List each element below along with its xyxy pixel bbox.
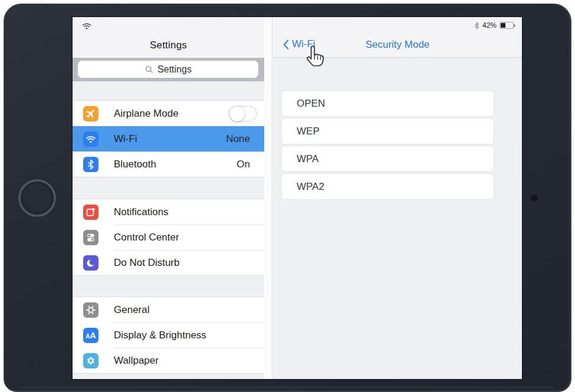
home-button[interactable] [18,179,56,217]
gear-icon [83,302,98,318]
page-title: Security Mode [273,39,522,51]
airplane-mode-toggle[interactable] [229,106,257,122]
group-gap [73,275,264,297]
wifi-status-icon [82,22,91,30]
wifi-icon [83,131,98,147]
search-band: Settings [73,58,264,81]
camera-icon [531,195,537,201]
screen: Settings Settings Airplane ModeWi-FiNone… [73,17,522,379]
sidebar-item-wifi[interactable]: Wi-FiNone [73,126,264,151]
sidebar-item-general[interactable]: General [73,297,264,322]
control-center-icon [83,230,98,245]
sidebar-item-display-brightness[interactable]: AADisplay & Brightness [73,322,264,348]
sidebar-item-label: Wi-Fi [114,133,226,145]
sidebar-item-notifications[interactable]: Notifications [73,199,264,225]
airplane-icon [83,106,98,121]
sidebar-item-label: Bluetooth [114,159,236,170]
option-wpa[interactable]: WPA [281,146,494,172]
sidebar-header: Settings [73,17,264,58]
battery-icon [500,22,514,29]
security-options-list: OPENWEPWPAWPA2 [281,90,494,201]
tablet-frame: Settings Settings Airplane ModeWi-FiNone… [4,4,571,392]
sidebar-item-airplane-mode[interactable]: Airplane Mode [73,101,264,126]
security-mode-panel: Wi-Fi Security Mode 42% [273,17,522,379]
page: Settings Settings Airplane ModeWi-FiNone… [0,0,575,392]
flower-icon [83,353,98,368]
sidebar-item-label: Airplane Mode [114,108,229,120]
bluetooth-icon [83,157,98,172]
group-gap [73,81,264,101]
sidebar-item-bluetooth[interactable]: BluetoothOn [73,151,264,177]
detail-header: Wi-Fi Security Mode 42% [273,17,522,58]
bluetooth-status-icon [474,22,479,29]
panel-divider [264,17,272,379]
notifications-icon [83,205,98,220]
group-gap [73,177,264,199]
search-value: Settings [157,64,192,75]
sidebar-item-label: Control Center [114,232,264,243]
sidebar-item-control-center[interactable]: Control Center [73,225,264,250]
sidebar-item-label: Display & Brightness [114,330,264,341]
moon-icon [83,255,98,271]
text-size-icon: AA [83,328,98,343]
search-icon [144,65,153,74]
sidebar-item-label: Wallpaper [114,355,264,367]
battery-percent: 42% [482,21,497,29]
sidebar-title: Settings [73,39,264,51]
sidebar-item-label: Notifications [114,206,264,218]
sidebar-item-value: On [236,159,250,170]
sidebar-item-label: General [114,304,264,316]
settings-sidebar: Settings Settings Airplane ModeWi-FiNone… [73,17,264,379]
sidebar-group: Airplane ModeWi-FiNoneBluetoothOn [73,101,264,177]
option-wpa2[interactable]: WPA2 [281,173,494,200]
option-wep[interactable]: WEP [281,118,494,144]
sidebar-item-label: Do Not Disturb [114,257,264,269]
option-open[interactable]: OPEN [281,90,494,117]
sidebar-item-wallpaper[interactable]: Wallpaper [73,348,264,373]
sidebar-groups: Airplane ModeWi-FiNoneBluetoothOnNotific… [73,101,264,379]
group-gap [73,373,264,379]
sidebar-item-value: None [226,133,250,145]
sidebar-item-do-not-disturb[interactable]: Do Not Disturb [73,250,264,275]
sidebar-group: NotificationsControl CenterDo Not Distur… [73,199,264,275]
status-cluster: 42% [474,21,514,29]
search-input[interactable]: Settings [78,61,258,78]
sidebar-group: GeneralAADisplay & BrightnessWallpaper [73,297,264,373]
